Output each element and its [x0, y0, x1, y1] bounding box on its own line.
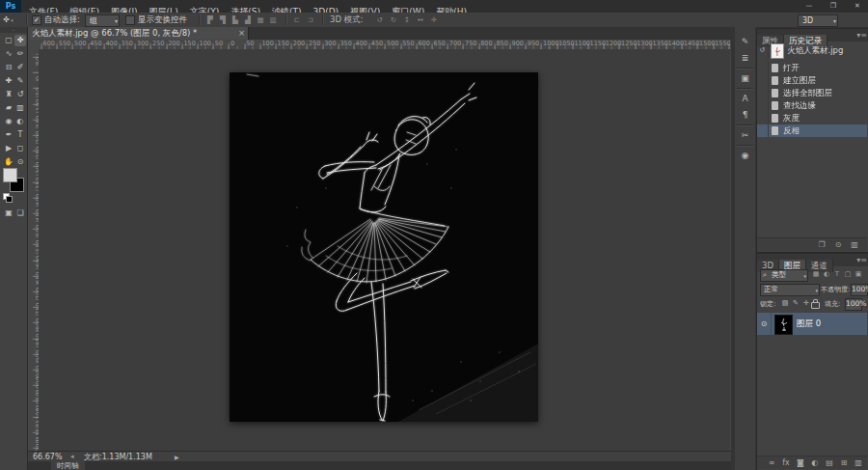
- eraser-tool[interactable]: ▰: [3, 102, 14, 114]
- clone-source-panel-icon[interactable]: ▣: [738, 71, 752, 85]
- default-colors-icon-bg[interactable]: [6, 196, 13, 203]
- timeline-tab[interactable]: 时间轴: [51, 461, 85, 470]
- spot-healing-brush-tool[interactable]: ✚: [3, 75, 14, 87]
- delete-state-button[interactable]: ▥: [848, 238, 861, 251]
- rectangular-marquee-tool[interactable]: ▢: [3, 35, 14, 46]
- panel-menu-icon[interactable]: ▾≡: [856, 254, 867, 266]
- layer-filter-dropdown[interactable]: ⌕ 类型 ▾: [760, 269, 806, 280]
- layer-style-button[interactable]: fx: [779, 456, 793, 469]
- new-document-from-state-button[interactable]: ❐: [815, 238, 828, 251]
- history-brush-source-cell[interactable]: [757, 124, 769, 137]
- show-transform-checkbox[interactable]: [125, 15, 135, 25]
- quick-selection-tool[interactable]: ✏: [14, 48, 26, 60]
- minimize-button[interactable]: —: [799, 1, 820, 12]
- align-icon[interactable]: ▜: [217, 14, 229, 25]
- workspace-switcher[interactable]: 3D▾: [798, 14, 838, 27]
- zoom-tool[interactable]: ⊙: [14, 156, 26, 168]
- type-tool[interactable]: T: [14, 129, 26, 141]
- layer-row[interactable]: ⊙图层 0: [757, 313, 867, 335]
- adjustment-layer-button[interactable]: ◐: [808, 456, 822, 469]
- align-icon[interactable]: ▛: [204, 14, 216, 25]
- lock-icon-1[interactable]: ✎: [791, 298, 800, 309]
- history-state-row[interactable]: 灰度: [757, 112, 867, 124]
- history-state-row[interactable]: 查找边缘: [757, 99, 867, 112]
- align-icon[interactable]: ▦: [255, 14, 266, 25]
- delete-layer-button[interactable]: ▥: [852, 456, 865, 469]
- auto-select-dropdown[interactable]: 组▾: [85, 14, 120, 27]
- paragraph-panel-icon[interactable]: ¶: [738, 108, 752, 122]
- 3d-mode-icon[interactable]: ↻: [388, 14, 399, 25]
- history-brush-source-cell[interactable]: [757, 99, 769, 112]
- hand-tool[interactable]: ✋: [3, 156, 14, 168]
- history-state-row[interactable]: 选择全部图层: [757, 87, 867, 99]
- history-state-row[interactable]: 建立图层: [757, 74, 867, 87]
- dodge-tool[interactable]: ◐: [14, 116, 26, 127]
- 3d-mode-icon[interactable]: ↔: [415, 14, 426, 25]
- filter-pixel-layers-icon[interactable]: ▦: [811, 269, 821, 280]
- lasso-tool[interactable]: ∿: [3, 48, 14, 60]
- history-brush-source-cell[interactable]: [757, 74, 769, 87]
- new-layer-button[interactable]: ⊞: [837, 456, 851, 469]
- eyedropper-tool[interactable]: ✐: [14, 62, 26, 73]
- document-close-icon[interactable]: ×: [238, 27, 245, 40]
- screen-mode-button[interactable]: ❏: [14, 207, 26, 219]
- filter-shape-layers-icon[interactable]: ▢: [843, 269, 853, 280]
- blur-tool[interactable]: ◉: [3, 116, 14, 127]
- character-panel-icon[interactable]: A: [738, 92, 752, 105]
- lock-icon-2[interactable]: ✛: [801, 298, 811, 309]
- layer-mask-button[interactable]: ◙: [794, 456, 807, 469]
- brush-tool[interactable]: ✎: [14, 75, 26, 87]
- align-icon[interactable]: ▥: [267, 14, 279, 25]
- history-brush-source-icon[interactable]: ↺: [757, 42, 769, 59]
- layer-group-button[interactable]: ▤: [823, 456, 836, 469]
- 3d-mode-icon[interactable]: ✛: [428, 14, 440, 25]
- shape-tool[interactable]: ◻: [14, 143, 26, 154]
- filter-smart-objects-icon[interactable]: ▣: [854, 269, 863, 280]
- filter-adjustment-layers-icon[interactable]: ◐: [822, 269, 831, 280]
- panel-menu-icon[interactable]: ▾≡: [856, 29, 867, 41]
- lock-all-icon[interactable]: [811, 302, 820, 309]
- clone-stamp-tool[interactable]: ♜: [3, 89, 14, 100]
- tool-preset-picker[interactable]: ✜ ▾: [3, 14, 22, 25]
- distribute-icon[interactable]: ⊐: [305, 14, 316, 25]
- path-selection-tool[interactable]: ▶: [3, 143, 14, 154]
- 3d-mode-icon[interactable]: ↕: [401, 14, 413, 25]
- fill-field[interactable]: 100%: [845, 298, 862, 311]
- history-state-row[interactable]: 打开: [757, 62, 867, 74]
- layer-visibility-icon[interactable]: ⊙: [757, 313, 772, 335]
- auto-select-checkbox[interactable]: ✓: [32, 15, 41, 25]
- brush-presets-panel-icon[interactable]: ≣: [738, 51, 752, 65]
- history-snapshot-row[interactable]: ↺ 火焰人素材.jpg: [757, 42, 867, 59]
- history-brush-source-cell[interactable]: [757, 112, 769, 124]
- pen-tool[interactable]: ✒: [3, 129, 14, 141]
- history-brush-tool[interactable]: ↺: [14, 89, 26, 100]
- history-brush-source-cell[interactable]: [757, 87, 769, 99]
- history-brush-source-cell[interactable]: [757, 62, 769, 74]
- align-icon[interactable]: ▟: [242, 14, 254, 25]
- align-icon[interactable]: ▙: [230, 14, 241, 25]
- distribute-icon[interactable]: ⊏: [291, 14, 303, 25]
- canvas-pasteboard[interactable]: [39, 49, 730, 451]
- lock-icon-0[interactable]: ▨: [780, 298, 790, 309]
- blend-mode-dropdown[interactable]: 正常 ▾: [760, 284, 820, 296]
- brush-panel-icon[interactable]: ✎: [738, 35, 752, 48]
- search-icon: ⌕: [763, 270, 767, 280]
- info-panel-icon[interactable]: ◉: [738, 149, 752, 162]
- foreground-color-swatch[interactable]: [3, 168, 17, 182]
- toolbar-grip[interactable]: ··: [0, 27, 27, 33]
- notes-panel-icon[interactable]: ✂: [738, 128, 752, 142]
- gradient-tool[interactable]: ▥: [14, 102, 26, 114]
- 3d-mode-icon[interactable]: ↺: [374, 14, 386, 25]
- move-tool[interactable]: ✜: [14, 35, 26, 46]
- history-state-row[interactable]: 反相: [757, 124, 867, 137]
- close-button[interactable]: ✕: [847, 1, 868, 12]
- link-layers-button[interactable]: ∞: [765, 456, 778, 469]
- quick-mask-button[interactable]: ▣: [3, 207, 14, 219]
- opacity-field[interactable]: 100%: [851, 284, 868, 296]
- new-snapshot-button[interactable]: ⊙: [831, 238, 845, 251]
- filter-type-layers-icon[interactable]: T: [832, 269, 842, 280]
- document-tab[interactable]: 火焰人素材.jpg @ 66.7% (图层 0, 灰色/8) * ×: [28, 27, 249, 40]
- document-canvas[interactable]: [230, 72, 538, 422]
- crop-tool[interactable]: ⊟: [3, 62, 14, 73]
- restore-button[interactable]: ❐: [823, 1, 844, 12]
